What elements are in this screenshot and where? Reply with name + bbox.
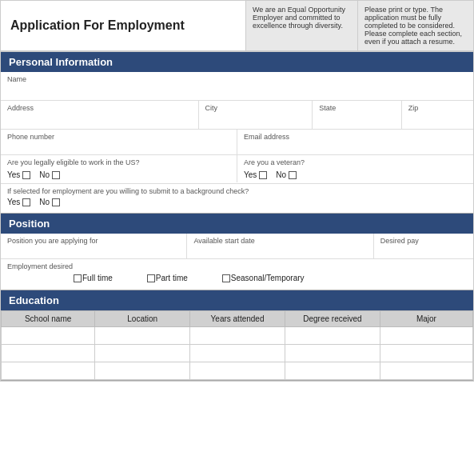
city-input[interactable] <box>205 114 306 122</box>
edu-degree-input[interactable] <box>289 350 376 358</box>
position-cell: Position you are applying for <box>1 234 187 258</box>
edu-degree-cell[interactable] <box>285 362 380 380</box>
bg-yes-checkbox[interactable] <box>22 198 30 206</box>
header: Application For Employment We are an Equ… <box>1 1 473 52</box>
edu-major-input[interactable] <box>384 332 469 341</box>
edu-degree-cell[interactable] <box>285 327 380 345</box>
eligibility-yes-label: Yes <box>7 170 20 179</box>
eligibility-question: Are you legally eligible to work in the … <box>7 158 230 166</box>
eligibility-no-checkbox[interactable] <box>52 171 60 179</box>
position-fields-row: Position you are applying for Available … <box>1 234 473 259</box>
eligibility-cell: Are you legally eligible to work in the … <box>1 155 237 182</box>
state-input[interactable] <box>319 114 394 122</box>
email-input[interactable] <box>244 142 467 151</box>
edu-school-input[interactable] <box>5 332 91 341</box>
edu-major-cell[interactable] <box>380 345 472 362</box>
edu-major-input[interactable] <box>384 367 469 376</box>
veteran-yes-label: Yes <box>244 170 257 179</box>
phone-input[interactable] <box>7 142 230 151</box>
table-row <box>2 327 473 345</box>
edu-major-cell[interactable] <box>380 327 472 345</box>
eligibility-yes-option: Yes <box>7 170 31 179</box>
edu-degree-input[interactable] <box>289 367 376 376</box>
notice-right: Please print or type. The application mu… <box>357 1 473 50</box>
position-header: Position <box>1 214 473 234</box>
veteran-cell: Are you a veteran? Yes No <box>237 155 473 182</box>
start-date-cell: Available start date <box>187 234 373 258</box>
pay-input[interactable] <box>380 246 467 255</box>
personal-info-header: Personal Information <box>1 52 473 72</box>
bg-yes-label: Yes <box>7 198 20 206</box>
table-row <box>2 345 473 362</box>
name-row: Name <box>1 72 473 101</box>
edu-degree-input[interactable] <box>289 332 376 341</box>
edu-school-cell[interactable] <box>2 327 95 345</box>
phone-email-row: Phone number Email address <box>1 130 473 155</box>
position-field-label: Position you are applying for <box>7 237 180 245</box>
name-input[interactable] <box>7 86 467 95</box>
edu-years-input[interactable] <box>193 332 281 341</box>
eligibility-no-label: No <box>39 170 50 179</box>
personal-information-section: Personal Information Name Address City S… <box>1 52 473 214</box>
edu-location-cell[interactable] <box>95 327 190 345</box>
education-label: Education <box>9 294 59 306</box>
edu-school-cell[interactable] <box>2 345 95 362</box>
edu-major-cell[interactable] <box>380 362 472 380</box>
edu-years-cell[interactable] <box>190 327 285 345</box>
zip-label: Zip <box>408 104 467 112</box>
position-label: Position <box>9 218 50 230</box>
edu-location-cell[interactable] <box>95 345 190 362</box>
edu-location-input[interactable] <box>98 350 186 358</box>
employment-options: Full time Part time Seasonal/Temporary <box>7 272 467 282</box>
edu-school-input[interactable] <box>5 350 91 358</box>
phone-label: Phone number <box>7 133 230 141</box>
app-title: Application For Employment <box>1 1 245 50</box>
edu-years-input[interactable] <box>193 367 281 376</box>
seasonal-checkbox[interactable] <box>222 274 230 282</box>
education-header: Education <box>1 290 473 310</box>
table-row <box>2 362 473 380</box>
email-label: Email address <box>244 133 467 141</box>
phone-cell: Phone number <box>1 130 237 154</box>
seasonal-option: Seasonal/Temporary <box>220 274 305 282</box>
part-time-checkbox[interactable] <box>147 274 155 282</box>
personal-info-label: Personal Information <box>9 56 113 68</box>
bg-no-checkbox[interactable] <box>52 198 60 206</box>
full-time-checkbox[interactable] <box>74 274 82 282</box>
eligibility-no-option: No <box>39 170 61 179</box>
edu-years-cell[interactable] <box>190 362 285 380</box>
edu-location-cell[interactable] <box>95 362 190 380</box>
full-time-label: Full time <box>82 274 113 282</box>
address-input[interactable] <box>7 114 192 122</box>
edu-degree-cell[interactable] <box>285 345 380 362</box>
edu-school-input[interactable] <box>5 367 91 376</box>
veteran-yes-checkbox[interactable] <box>259 171 267 179</box>
veteran-no-checkbox[interactable] <box>289 171 297 179</box>
bg-yes-option: Yes <box>7 198 31 206</box>
start-date-input[interactable] <box>193 246 366 255</box>
veteran-yes-option: Yes <box>244 170 268 179</box>
edu-years-input[interactable] <box>193 350 281 358</box>
edu-col-years: Years attended <box>190 311 285 327</box>
edu-location-input[interactable] <box>98 367 186 376</box>
edu-school-cell[interactable] <box>2 362 95 380</box>
edu-major-input[interactable] <box>384 350 469 358</box>
application-page: Application For Employment We are an Equ… <box>0 0 474 382</box>
eligibility-row: Are you legally eligible to work in the … <box>1 155 473 184</box>
edu-col-location: Location <box>95 311 190 327</box>
state-cell: State <box>313 101 401 129</box>
pay-label: Desired pay <box>380 237 467 245</box>
position-input[interactable] <box>7 246 180 255</box>
address-row: Address City State Zip <box>1 101 473 130</box>
notice-left: We are an Equal Opportunity Employer and… <box>245 1 357 50</box>
education-table: School name Location Years attended Degr… <box>1 310 473 380</box>
edu-years-cell[interactable] <box>190 345 285 362</box>
start-date-label: Available start date <box>193 237 366 245</box>
city-cell: City <box>199 101 313 129</box>
bg-no-option: No <box>39 198 61 206</box>
eligibility-yes-checkbox[interactable] <box>22 171 30 179</box>
zip-input[interactable] <box>408 114 467 122</box>
edu-location-input[interactable] <box>98 332 186 341</box>
position-section: Position Position you are applying for A… <box>1 214 473 290</box>
state-label: State <box>319 104 394 112</box>
